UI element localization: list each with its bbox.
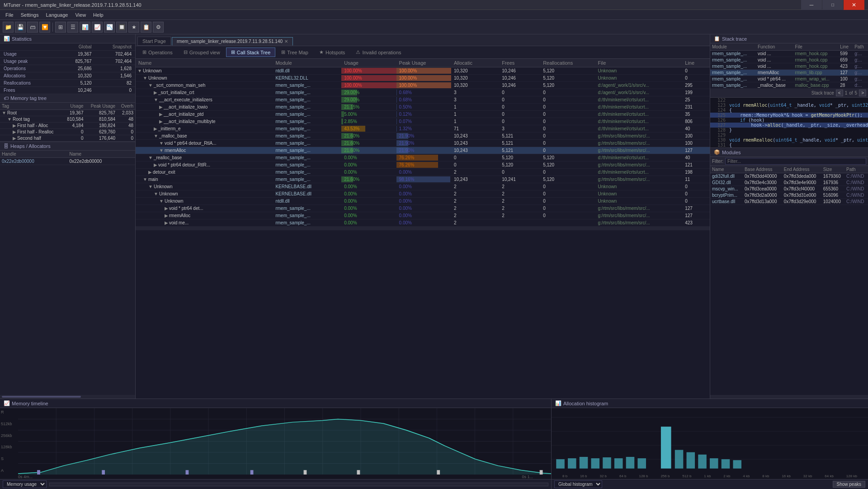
expand-icon[interactable]: ▶ xyxy=(165,213,168,218)
cs-row[interactable]: ▶__acrt_initialize_ptd rmem_sample_... 5… xyxy=(136,111,710,118)
cs-row[interactable]: ▼Unknown ntdll.dll 0.00% 0.00% 2 2 0 Unk… xyxy=(136,198,710,205)
cs-row[interactable]: ▼Unknown ntdll.dll 100.00% 100.00% 10,32… xyxy=(136,67,710,75)
toolbar-chart1-button[interactable]: 📊 xyxy=(80,22,90,33)
cs-col-alloc[interactable]: Allocatic xyxy=(451,59,499,67)
cs-row[interactable]: ▶_initterm_e rmem_sample_... 43.53% 1.32… xyxy=(136,125,710,133)
expand-icon[interactable]: ▶ xyxy=(159,104,163,109)
expand-icon[interactable]: ▼ xyxy=(143,76,147,81)
mod-row[interactable]: mscvp_win...0x7ffd3cea00000x7ffd3cf40000… xyxy=(710,186,868,192)
mod-row[interactable]: bcryptPrim...0x7ffd3d2a00000x7ffd3d31e00… xyxy=(710,192,868,199)
cs-row[interactable]: ▼void * ptr64 detour_RtlA... rmem_sample… xyxy=(136,140,710,147)
cs-row[interactable]: ▼_malloc_base rmem_sample_... 21.60% 21.… xyxy=(136,133,710,140)
cs-col-line[interactable]: Line xyxy=(682,59,710,67)
tree-row[interactable]: ▶Second half0176,6400 xyxy=(0,135,135,142)
cs-row[interactable]: ▼Unknown KERNEL32.DLL 100.00% 100.00% 10… xyxy=(136,75,710,82)
st-row[interactable]: rmem_sample_..._malloc_basemalloc_base.c… xyxy=(710,82,868,89)
toolbar-chart3-button[interactable]: 📉 xyxy=(104,22,115,33)
mod-row[interactable]: ucrtbase.dll0x7ffd3d13a0000x7ffd3d29e000… xyxy=(710,199,868,205)
cs-col-frees[interactable]: Frees xyxy=(499,59,540,67)
cs-row[interactable]: ▼_scrt_common_main_seh rmem_sample_... 1… xyxy=(136,82,710,89)
nav-tab-hotspots[interactable]: ★ Hotspots xyxy=(314,47,350,57)
expand-icon[interactable]: ▼ xyxy=(154,191,158,196)
tree-row[interactable]: ▶First half - Alloc4,184180,82448 xyxy=(0,123,135,129)
expand-icon[interactable]: ▶ xyxy=(154,90,157,95)
timeline-chart-area[interactable] xyxy=(18,408,551,475)
cs-scrollbar-h[interactable] xyxy=(136,227,710,230)
tree-row[interactable]: ▼Root tag810,584810,58448 xyxy=(0,116,135,123)
cs-col-usage[interactable]: Usage xyxy=(341,59,396,67)
expand-icon[interactable]: ▼ xyxy=(159,148,164,153)
st-row[interactable]: rmem_sample_...void ...rmem_hook.cpp599g… xyxy=(710,51,868,57)
toolbar-chart5-button[interactable]: ★ xyxy=(128,22,139,33)
cs-row[interactable]: ▼Unknown KERNELBASE.dll 0.00% 0.00% 2 2 … xyxy=(136,183,710,190)
file-tab-close[interactable]: ✕ xyxy=(284,39,288,44)
toolbar-open-button[interactable]: 📁 xyxy=(3,22,14,33)
toolbar-list-button[interactable]: ☰ xyxy=(67,22,78,33)
expand-icon[interactable]: ▼ xyxy=(148,184,153,189)
cs-row[interactable]: ▼main rmem_sample_... 21.60% 98.16% 10,2… xyxy=(136,176,710,183)
heap-row[interactable]: 0x22e2db000000x22e2db00000 xyxy=(0,158,135,165)
expand-icon[interactable]: ▼ xyxy=(159,141,164,146)
expand-icon[interactable]: ▶ xyxy=(159,112,163,117)
expand-icon[interactable]: ▼ xyxy=(154,97,158,102)
expand-icon[interactable]: ▶ xyxy=(154,162,157,167)
st-nav-next[interactable]: > xyxy=(859,90,866,96)
modules-scrollbar[interactable] xyxy=(710,395,868,399)
cs-row[interactable]: ▶__acrt_initialize_multibyte rmem_sample… xyxy=(136,118,710,125)
toolbar-settings-button[interactable]: ⚙ xyxy=(153,22,164,33)
toolbar-chart6-button[interactable]: 📋 xyxy=(141,22,151,33)
nav-tab-invalid[interactable]: ⚠ Invalid operations xyxy=(351,47,406,57)
tree-row[interactable]: ▶First half - Realloc0629,7600 xyxy=(0,129,135,135)
menu-file[interactable]: File xyxy=(2,11,17,19)
cs-row[interactable]: ▶_scrt_initialize_crt rmem_sample_... 29… xyxy=(136,89,710,96)
expand-icon[interactable]: ▶ xyxy=(165,220,168,225)
nav-tab-grouped[interactable]: ⊟ Grouped view xyxy=(179,47,225,57)
nav-tab-operations[interactable]: ⊞ Operations xyxy=(137,47,178,57)
st-row[interactable]: rmem_sample_...void ...rmem_hook.cpp423g… xyxy=(710,63,868,70)
call-stack-tree-container[interactable]: Name Module Usage Peak Usage Allocatic F… xyxy=(136,59,710,399)
toolbar-chart2-button[interactable]: 📈 xyxy=(92,22,103,33)
nav-tab-treemap[interactable]: ⊞ Tree Map xyxy=(276,47,313,57)
expand-icon[interactable]: ▼ xyxy=(159,199,164,204)
toolbar-table-button[interactable]: ⊞ xyxy=(55,22,66,33)
toolbar-save-button[interactable]: 💾 xyxy=(15,22,26,33)
show-peaks-button[interactable]: Show peaks xyxy=(833,481,865,488)
toolbar-chart4-button[interactable]: 🔲 xyxy=(116,22,127,33)
cs-row[interactable]: ▼__acrt_execute_initializers rmem_sample… xyxy=(136,96,710,104)
close-button[interactable]: ✕ xyxy=(844,0,864,10)
minimize-button[interactable]: ─ xyxy=(801,0,822,10)
cs-row[interactable]: ▼_realloc_base rmem_sample_... 0.00% 76.… xyxy=(136,154,710,161)
mod-row[interactable]: gdi32full.dll0x7ffd3dd400000x7ffd3deda00… xyxy=(710,173,868,180)
expand-icon[interactable]: ▼ xyxy=(137,68,142,73)
expand-icon[interactable]: ▼ xyxy=(143,177,147,182)
cs-col-name[interactable]: Name xyxy=(136,59,273,67)
toolbar-filter-button[interactable]: 🔽 xyxy=(39,22,50,33)
cs-row[interactable]: ▼Unknown KERNELBASE.dll 0.00% 0.00% 2 2 … xyxy=(136,190,710,198)
cs-row[interactable]: ▶void me... rmem_sample_... 0.00% 0.00% … xyxy=(136,219,710,227)
menu-help[interactable]: Help xyxy=(90,11,107,19)
st-row[interactable]: rmem_sample_...void ...rmem_hook.cpp659g… xyxy=(710,57,868,63)
nav-tab-callstack[interactable]: ⊞ Call Stack Tree xyxy=(226,47,276,57)
tree-row[interactable]: ▼Root19,367825,7672,033 xyxy=(0,110,135,116)
timeline-dropdown-1[interactable]: Memory usage xyxy=(3,480,47,488)
histogram-dropdown[interactable]: Global histogram xyxy=(554,480,602,488)
st-nav-prev[interactable]: < xyxy=(836,90,843,96)
start-page-tab[interactable]: Start Page xyxy=(137,37,171,46)
menu-settings[interactable]: Settings xyxy=(17,11,42,19)
expand-icon[interactable]: ▶ xyxy=(154,126,157,131)
modules-table-container[interactable]: Name Base Address End Address Size Path … xyxy=(710,166,868,395)
toolbar-db-button[interactable]: 🗃 xyxy=(27,22,38,33)
cs-row[interactable]: ▼rmemAlloc rmem_sample_... 21.60% 21.90%… xyxy=(136,147,710,154)
st-row[interactable]: rmem_sample_...void * ptr64 ...rmem_wrap… xyxy=(710,76,868,82)
st-row[interactable]: rmem_sample_...rmemAllocrmem_lib.cpp127g… xyxy=(710,70,868,76)
cs-row[interactable]: ▶rmemAlloc rmem_sample_... 0.00% 0.00% 2… xyxy=(136,212,710,219)
menu-language[interactable]: Language xyxy=(42,11,71,19)
maximize-button[interactable]: □ xyxy=(822,0,843,10)
expand-icon[interactable]: ▶ xyxy=(148,170,152,175)
menu-view[interactable]: View xyxy=(71,11,90,19)
expand-icon[interactable]: ▼ xyxy=(148,155,153,160)
expand-icon[interactable]: ▶ xyxy=(159,119,163,124)
timeline-scrollbar[interactable] xyxy=(49,483,548,486)
expand-icon[interactable]: ▼ xyxy=(154,133,158,138)
cs-row[interactable]: ▶void * ptr64 detour_RtlR... rmem_sample… xyxy=(136,161,710,169)
